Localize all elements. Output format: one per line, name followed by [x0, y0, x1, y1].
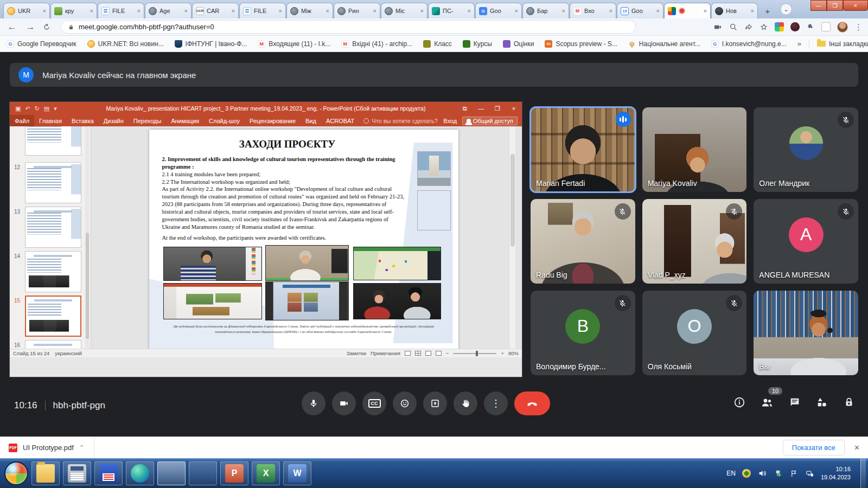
normal-view-button[interactable] — [405, 351, 411, 356]
tab-close-icon[interactable]: × — [468, 8, 471, 14]
zoom-icon[interactable] — [729, 23, 738, 31]
browser-tab[interactable]: CCRCAR× — [192, 3, 239, 18]
camera-allowed-icon[interactable] — [713, 23, 723, 31]
sign-in-button[interactable]: Вход — [443, 118, 457, 124]
tab-close-icon[interactable]: × — [609, 8, 612, 14]
scroll-thumb[interactable] — [510, 154, 515, 246]
browser-tab[interactable]: FILE× — [98, 3, 144, 18]
raise-hand-button[interactable] — [454, 391, 477, 415]
ribbon-tab-file[interactable]: Файл — [10, 115, 34, 126]
slideshow-icon[interactable]: ▤ — [44, 105, 49, 112]
ribbon-tab-home[interactable]: Главная — [34, 115, 67, 126]
tab-close-icon[interactable]: × — [184, 8, 188, 14]
ribbon-tab-review[interactable]: Рецензирование — [245, 115, 301, 126]
participant-tile[interactable]: O Оля Косьмій — [642, 291, 747, 375]
close-button[interactable]: × — [843, 0, 868, 11]
reload-icon[interactable] — [42, 23, 55, 31]
ppt-display-icon[interactable]: ⧉ — [457, 102, 473, 115]
ppt-quick-access-toolbar[interactable]: ▣↶↻▤▾ — [10, 105, 62, 112]
bookmark-item[interactable]: ІФНТУНГ | Івано-Ф... — [175, 40, 247, 48]
zoom-slider-thumb[interactable] — [476, 351, 478, 356]
zoom-out-button[interactable]: − — [446, 350, 449, 356]
ribbon-tab-acrobat[interactable]: ACROBAT — [321, 115, 359, 126]
ribbon-tab-insert[interactable]: Вставка — [67, 115, 99, 126]
show-desktop-button[interactable] — [860, 459, 866, 488]
volume-icon[interactable] — [758, 469, 767, 478]
taskbar-save-app[interactable] — [94, 461, 123, 485]
captions-button[interactable]: CC — [362, 391, 386, 415]
redo-icon[interactable]: ↻ — [35, 105, 40, 112]
zoom-slider[interactable] — [453, 353, 496, 354]
taskbar-explorer[interactable] — [31, 461, 60, 485]
extension-icon[interactable] — [790, 22, 800, 31]
browser-tab[interactable]: 19Goo× — [617, 3, 663, 18]
bookmark-item[interactable]: ψНаціональне агент... — [628, 40, 700, 48]
address-bar[interactable]: meet.google.com/hbh-pbtf-pgn?authuser=0 — [61, 20, 636, 34]
participant-tile[interactable]: Mariya Kovaliv — [642, 107, 747, 192]
scroll-thumb[interactable] — [86, 233, 89, 339]
browser-tab-active-meet[interactable]: × — [664, 3, 711, 18]
ribbon-tab-view[interactable]: Вид — [301, 115, 321, 126]
comments-toggle[interactable]: Примечания — [371, 350, 400, 356]
taskbar-chrome[interactable] — [189, 461, 217, 485]
taskbar-excel[interactable]: X — [252, 461, 280, 485]
taskbar-word[interactable]: W — [283, 461, 311, 485]
participant-tile[interactable]: A ANGELA MURESAN — [754, 199, 858, 284]
ribbon-tab-transitions[interactable]: Переходы — [129, 115, 167, 126]
antivirus-icon[interactable] — [742, 469, 751, 478]
tab-close-icon[interactable]: × — [420, 8, 424, 14]
download-options-icon[interactable]: ⌃ — [79, 444, 84, 451]
downloaded-file-button[interactable]: UI Prototype.pdf — [23, 444, 74, 452]
bookmark-item[interactable]: Оцінки — [503, 40, 534, 48]
minimize-button[interactable]: — — [810, 0, 827, 11]
people-button[interactable]: 10 — [761, 396, 774, 409]
start-button[interactable] — [4, 461, 28, 485]
slide-thumbnail[interactable] — [25, 126, 81, 156]
browser-tab[interactable]: UKR× — [3, 3, 50, 18]
taskbar-clock[interactable]: 10:16 19.04.2023 — [821, 465, 854, 481]
back-icon[interactable]: ← — [5, 22, 18, 33]
reading-view-button[interactable] — [425, 351, 431, 356]
browser-tab[interactable]: Рин× — [334, 3, 380, 18]
host-controls-button[interactable] — [843, 396, 855, 408]
slide-thumbnail[interactable] — [25, 251, 81, 292]
reactions-button[interactable] — [393, 391, 417, 415]
tab-close-icon[interactable]: × — [656, 8, 660, 14]
bookmark-item[interactable]: MВходящие (11) - I.k... — [258, 40, 330, 48]
new-tab-button[interactable]: + — [761, 5, 775, 17]
network-icon[interactable] — [805, 469, 814, 478]
participant-tile[interactable]: Олег Мандрик — [754, 107, 858, 192]
language-switcher[interactable]: EN — [726, 470, 736, 477]
forward-icon[interactable]: → — [24, 22, 37, 33]
bookmark-star-icon[interactable] — [760, 23, 768, 31]
browser-tab[interactable]: Мiж× — [286, 3, 333, 18]
tab-close-icon[interactable]: × — [326, 8, 329, 14]
extension-icon[interactable] — [775, 22, 784, 31]
self-view-tile[interactable]: Вы — [754, 291, 858, 375]
participant-tile[interactable]: Radu Big — [531, 199, 635, 284]
tab-close-icon[interactable]: × — [562, 8, 565, 14]
tab-close-icon[interactable]: × — [751, 8, 754, 14]
bookmark-item[interactable]: Курсы — [463, 40, 492, 48]
browser-tab[interactable]: MВхо× — [570, 3, 616, 18]
ppt-close-button[interactable]: × — [506, 102, 522, 115]
usb-icon[interactable] — [774, 469, 783, 478]
ppt-restore-button[interactable]: ❐ — [489, 102, 506, 115]
slide-thumbnail[interactable] — [25, 162, 81, 203]
language-indicator[interactable]: украинский — [55, 350, 82, 356]
ribbon-tab-animations[interactable]: Анимация — [166, 115, 204, 126]
slide-scrollbar[interactable] — [509, 126, 515, 357]
close-download-bar-icon[interactable]: × — [854, 443, 859, 453]
participant-tile[interactable]: Vlad P_xyz — [642, 199, 747, 284]
action-center-flag-icon[interactable] — [789, 469, 799, 478]
ppt-minimize-button[interactable]: — — [473, 102, 489, 115]
slide-thumbnail[interactable] — [25, 207, 81, 248]
browser-tab[interactable]: Міс× — [381, 3, 427, 18]
present-button[interactable] — [423, 391, 447, 415]
more-options-button[interactable]: ⋮ — [484, 391, 508, 415]
bookmark-item[interactable]: GGoogle Переводчик — [7, 40, 76, 48]
tab-close-icon[interactable]: × — [232, 8, 235, 14]
tab-close-icon[interactable]: × — [704, 8, 707, 14]
browser-tab[interactable]: Бар× — [522, 3, 569, 18]
extensions-puzzle-icon[interactable] — [806, 23, 815, 31]
